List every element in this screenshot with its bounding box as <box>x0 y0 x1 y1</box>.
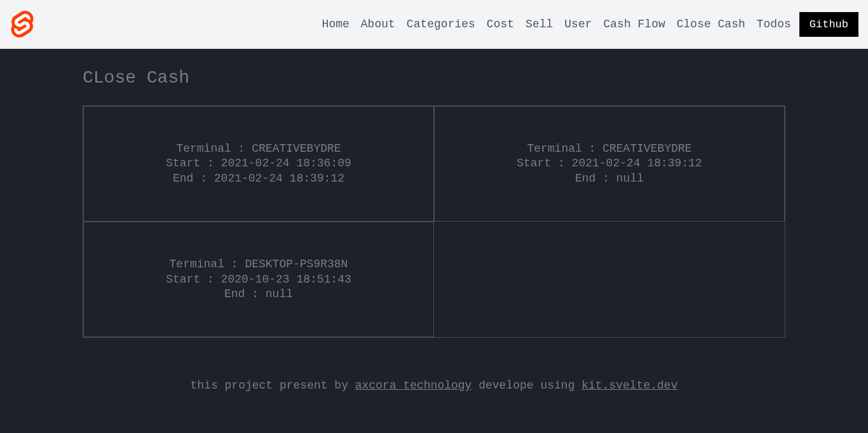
footer-middle: develope using <box>471 379 581 392</box>
cash-card: Terminal : DESKTOP-PS9R38N Start : 2020-… <box>83 222 434 337</box>
page-title: CLose Cash <box>83 68 785 88</box>
start-label: Start : 2020-10-23 18:51:43 <box>103 272 414 287</box>
header: Home About Categories Cost Sell User Cas… <box>0 0 868 49</box>
nav-close-cash[interactable]: Close Cash <box>677 18 745 30</box>
terminal-label: Terminal : DESKTOP-PS9R38N <box>103 257 414 272</box>
nav-sell[interactable]: Sell <box>526 18 553 30</box>
start-label: Start : 2021-02-24 18:39:12 <box>454 156 765 171</box>
end-label: End : null <box>103 287 414 302</box>
nav-user[interactable]: User <box>564 18 592 30</box>
nav-cost[interactable]: Cost <box>487 18 514 30</box>
github-button[interactable]: Github <box>799 12 858 37</box>
main-content: CLose Cash Terminal : CREATIVEBYDRE Star… <box>0 49 868 404</box>
footer-link-axcora[interactable]: axcora technology <box>355 379 472 392</box>
end-label: End : 2021-02-24 18:39:12 <box>103 171 414 186</box>
nav-home[interactable]: Home <box>322 18 349 30</box>
footer: this project present by axcora technolog… <box>83 379 785 392</box>
nav-about[interactable]: About <box>361 18 395 30</box>
empty-cell <box>434 222 785 337</box>
start-label: Start : 2021-02-24 18:36:09 <box>103 156 414 171</box>
nav-cash-flow[interactable]: Cash Flow <box>604 18 665 30</box>
svelte-logo-icon[interactable] <box>10 11 35 37</box>
cards-grid: Terminal : CREATIVEBYDRE Start : 2021-02… <box>83 105 785 338</box>
terminal-label: Terminal : CREATIVEBYDRE <box>103 142 414 156</box>
footer-prefix: this project present by <box>191 379 355 392</box>
cash-card: Terminal : CREATIVEBYDRE Start : 2021-02… <box>83 106 434 222</box>
nav-todos[interactable]: Todos <box>757 18 791 30</box>
end-label: End : null <box>454 171 765 186</box>
footer-link-sveltekit[interactable]: kit.svelte.dev <box>581 379 677 392</box>
terminal-label: Terminal : CREATIVEBYDRE <box>454 142 765 156</box>
cash-card: Terminal : CREATIVEBYDRE Start : 2021-02… <box>434 106 785 222</box>
nav: Home About Categories Cost Sell User Cas… <box>322 12 858 37</box>
nav-categories[interactable]: Categories <box>407 18 475 30</box>
